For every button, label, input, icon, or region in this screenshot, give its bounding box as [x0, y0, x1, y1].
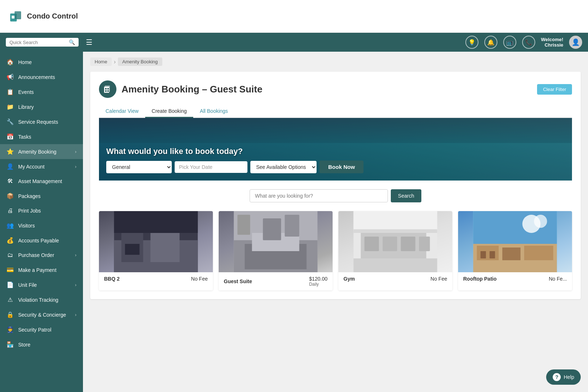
sidebar-item-unit-file[interactable]: 📄 Unit File › — [0, 277, 83, 292]
security-patrol-icon: 👮 — [7, 326, 14, 333]
amenity-grid: BBQ 2 No Fee — [99, 211, 572, 290]
amenity-card-guest-suite[interactable]: Guest Suite $120.00 Daily — [219, 211, 333, 290]
svg-rect-7 — [105, 90, 107, 92]
packages-icon: 📦 — [7, 193, 14, 199]
quick-search-box[interactable]: 🔍 — [6, 38, 79, 47]
sidebar-item-make-a-payment[interactable]: 💳 Make a Payment — [0, 262, 83, 277]
phone-icon-button[interactable]: 📞 — [522, 36, 535, 49]
sidebar-item-label: Violation Tracking — [18, 297, 76, 303]
brand-bar: Condo Control — [0, 0, 588, 33]
top-nav-bar: 🔍 ☰ 💡 🔔 📺 📞 Welcome! Chrissie 👤 — [0, 33, 588, 52]
clear-filter-button[interactable]: Clear Filter — [537, 84, 572, 95]
events-icon: 📋 — [7, 88, 14, 95]
search-input[interactable] — [9, 40, 67, 45]
help-icon: ? — [553, 373, 561, 381]
lightbulb-icon-button[interactable]: 💡 — [465, 36, 478, 49]
page-title: Amenity Booking – Guest Suite — [122, 84, 532, 95]
sidebar-item-events[interactable]: 📋 Events — [0, 84, 83, 99]
amenity-search-input[interactable] — [250, 189, 388, 202]
svg-rect-30 — [354, 229, 437, 233]
sidebar-item-accounts-payable[interactable]: 💰 Accounts Payable — [0, 233, 83, 248]
user-greeting: Welcome! Chrissie — [541, 37, 563, 48]
svg-point-35 — [534, 215, 547, 228]
svg-rect-13 — [125, 244, 140, 255]
nav-icons-group: 💡 🔔 📺 📞 Welcome! Chrissie 👤 — [465, 36, 582, 49]
content-card: Amenity Booking – Guest Suite Clear Filt… — [90, 72, 581, 299]
sidebar-item-label: Accounts Payable — [18, 238, 76, 243]
security-concierge-icon: 🔒 — [7, 311, 14, 318]
amenity-price: No Fee — [191, 276, 208, 282]
sidebar-item-label: Library — [18, 104, 76, 110]
breadcrumb-home-link[interactable]: Home — [90, 58, 112, 66]
svg-rect-6 — [107, 88, 109, 90]
svg-rect-19 — [263, 218, 281, 240]
menu-toggle-button[interactable]: ☰ — [86, 38, 92, 47]
unit-file-icon: 📄 — [7, 281, 14, 288]
sidebar-item-service-requests[interactable]: 🔧 Service Requests — [0, 114, 83, 129]
chevron-right-icon: › — [75, 164, 76, 169]
sidebar-item-library[interactable]: 📁 Library — [0, 99, 83, 114]
svg-rect-1 — [15, 11, 21, 19]
amenity-name: Guest Suite — [224, 278, 252, 284]
svg-rect-28 — [419, 237, 430, 251]
sidebar-item-label: Visitors — [18, 223, 76, 229]
sidebar-item-visitors[interactable]: 👥 Visitors — [0, 218, 83, 233]
amenity-search-bar: Search — [99, 189, 572, 202]
sidebar-item-label: Packages — [18, 193, 76, 199]
help-button[interactable]: ? Help — [546, 369, 581, 385]
sidebar-item-security-concierge[interactable]: 🔒 Security & Concierge › — [0, 307, 83, 322]
sidebar-item-print-jobs[interactable]: 🖨 Print Jobs — [0, 203, 83, 218]
sidebar-item-label: Print Jobs — [18, 208, 76, 214]
sidebar-item-label: Service Requests — [18, 119, 76, 125]
sidebar-item-store[interactable]: 🏪 Store — [0, 337, 83, 352]
main-content: Home › Amenity Booking Amenity — [83, 52, 588, 392]
building-icon — [103, 84, 112, 94]
brand-logo[interactable]: Condo Control — [9, 9, 78, 24]
tab-create-booking[interactable]: Create Booking — [145, 105, 194, 118]
sidebar-item-announcements[interactable]: 📢 Announcements — [0, 70, 83, 84]
amenity-image-rooftop-patio — [458, 211, 572, 272]
breadcrumb: Home › Amenity Booking — [90, 58, 581, 66]
chevron-right-icon: › — [75, 149, 76, 154]
sidebar-item-amenity-booking[interactable]: ⭐ Amenity Booking › — [0, 144, 83, 159]
sidebar-item-tasks[interactable]: 📅 Tasks — [0, 129, 83, 144]
sidebar-item-label: Make a Payment — [18, 267, 76, 273]
amenity-card-gym[interactable]: Gym No Fee — [338, 211, 452, 290]
sidebar-item-asset-management[interactable]: 🛠 Asset Management — [0, 174, 83, 189]
sidebar-item-label: Home — [18, 59, 76, 65]
tab-all-bookings[interactable]: All Bookings — [193, 105, 234, 118]
home-icon: 🏠 — [7, 59, 14, 66]
sidebar-item-my-account[interactable]: 👤 My Account › — [0, 159, 83, 174]
chevron-right-icon: › — [75, 312, 76, 317]
store-icon: 🏪 — [7, 341, 14, 348]
bell-icon-button[interactable]: 🔔 — [484, 36, 497, 49]
svg-rect-21 — [238, 215, 250, 235]
date-picker-input[interactable] — [175, 161, 247, 173]
svg-rect-8 — [107, 90, 109, 92]
broadcast-icon-button[interactable]: 📺 — [503, 36, 516, 49]
help-label: Help — [564, 374, 574, 380]
tab-calendar-view[interactable]: Calendar View — [99, 105, 145, 118]
sidebar-item-security-patrol[interactable]: 👮 Security Patrol — [0, 322, 83, 337]
amenity-price: $120.00 — [309, 276, 327, 282]
book-now-button[interactable]: Book Now — [319, 161, 363, 173]
amenity-search-button[interactable]: Search — [391, 189, 421, 202]
sidebar-item-label: Security Patrol — [18, 327, 76, 333]
avatar[interactable]: 👤 — [569, 36, 582, 49]
amenity-card-bbq2[interactable]: BBQ 2 No Fee — [99, 211, 213, 290]
sidebar-item-purchase-order[interactable]: 🗂 Purchase Order › — [0, 248, 83, 262]
make-a-payment-icon: 💳 — [7, 266, 14, 273]
svg-rect-2 — [12, 16, 15, 19]
page-header: Amenity Booking – Guest Suite Clear Filt… — [99, 80, 572, 98]
amenity-card-rooftop-patio[interactable]: Rooftop Patio No Fe... — [458, 211, 572, 290]
my-account-icon: 👤 — [7, 163, 14, 170]
sidebar-item-violation-tracking[interactable]: ⚠ Violation Tracking — [0, 292, 83, 307]
sidebar-item-packages[interactable]: 📦 Packages — [0, 189, 83, 203]
amenity-price: No Fee — [430, 276, 447, 282]
hero-banner: What would you like to book today? Gener… — [99, 118, 572, 181]
options-select[interactable]: See Available Options — [250, 161, 317, 173]
sidebar-item-home[interactable]: 🏠 Home — [0, 55, 83, 70]
visitors-icon: 👥 — [7, 222, 14, 229]
category-select[interactable]: General Guest Suite BBQ Gym Rooftop Pati… — [106, 161, 172, 173]
sidebar-item-label: My Account — [18, 164, 71, 170]
